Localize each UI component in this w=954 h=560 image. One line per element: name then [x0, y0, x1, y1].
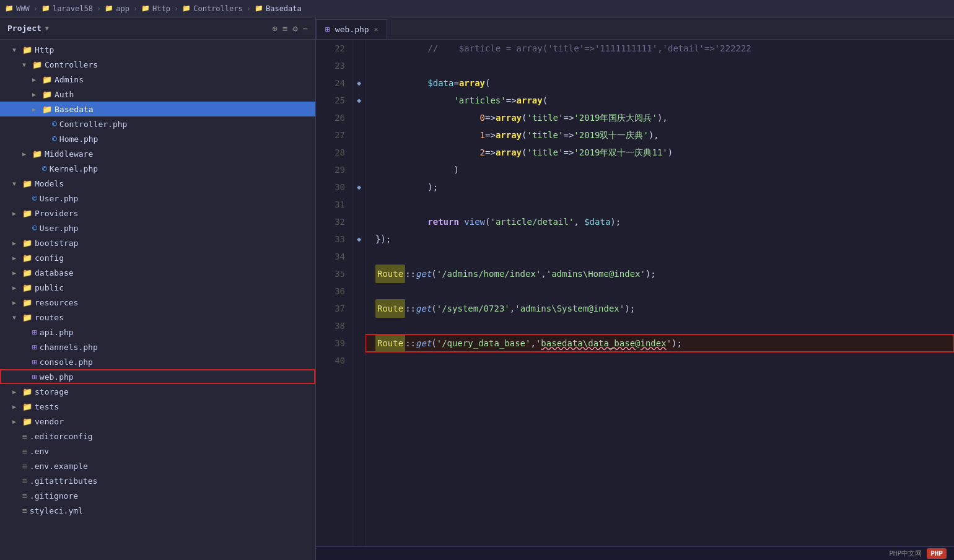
tree-item-styleci[interactable]: ≡ styleci.yml	[0, 503, 315, 518]
tree-label: web.php	[40, 372, 74, 382]
file-tree: ▼ 📁 Http ▼ 📁 Controllers ▶ 📁 Admins ▶ 📁 …	[0, 40, 315, 560]
tree-item-api-php[interactable]: ⊞ api.php	[0, 325, 315, 339]
project-label: Project	[7, 24, 42, 33]
arrow-icon: ▶	[32, 76, 40, 83]
settings-icon[interactable]: ⚙	[292, 24, 297, 33]
tree-item-user-php-models[interactable]: © User.php	[0, 191, 315, 206]
tree-item-config[interactable]: ▶ 📁 config	[0, 250, 315, 265]
php-file-icon: ©	[52, 134, 57, 144]
tree-item-env-example[interactable]: ≡ .env.example	[0, 458, 315, 473]
tree-item-user-php-providers[interactable]: © User.php	[0, 221, 315, 235]
tree-label: .gitignore	[30, 491, 78, 501]
tree-label: Home.php	[59, 134, 98, 144]
arrow-icon: ▶	[12, 299, 20, 306]
tree-label: vendor	[35, 417, 64, 426]
tree-item-channels-php[interactable]: ⊞ channels.php	[0, 339, 315, 354]
tree-item-bootstrap[interactable]: ▶ 📁 bootstrap	[0, 235, 315, 250]
sidebar-header: Project ▼ ⊕ ≡ ⚙ −	[0, 17, 315, 40]
php-file-icon: ©	[32, 224, 37, 233]
breadcrumb-laravel: 📁 laravel58	[42, 4, 93, 13]
tree-item-web-php[interactable]: ⊞ web.php	[0, 369, 315, 384]
tab-label: web.php	[335, 25, 369, 34]
tree-item-public[interactable]: ▶ 📁 public	[0, 280, 315, 295]
tree-item-basedata[interactable]: ▶ 📁 Basedata	[0, 102, 315, 116]
tab-close-icon[interactable]: ✕	[374, 25, 379, 33]
sidebar: Project ▼ ⊕ ≡ ⚙ − ▼ 📁 Http ▼ 📁 Controlle…	[0, 17, 316, 560]
tree-item-gitignore[interactable]: ≡ .gitignore	[0, 488, 315, 503]
tree-item-routes[interactable]: ▼ 📁 routes	[0, 310, 315, 325]
layout-icon[interactable]: ≡	[282, 24, 287, 33]
sidebar-icons: ⊕ ≡ ⚙ −	[272, 24, 308, 33]
minimize-icon[interactable]: −	[303, 24, 308, 33]
arrow-icon: ▶	[32, 91, 40, 98]
tree-item-controller-php[interactable]: © Controller.php	[0, 116, 315, 131]
gutter-line-22	[353, 40, 365, 57]
tree-item-env[interactable]: ≡ .env	[0, 444, 315, 458]
folder-icon: 📁	[22, 387, 32, 396]
tree-item-editorconfig[interactable]: ≡ .editorconfig	[0, 429, 315, 444]
arrow-icon: ▼	[22, 61, 30, 68]
tree-item-http[interactable]: ▼ 📁 Http	[0, 42, 315, 57]
tree-label: Controllers	[45, 60, 98, 69]
tree-item-providers[interactable]: ▶ 📁 Providers	[0, 206, 315, 221]
folder-icon6: 📁	[255, 4, 263, 12]
tree-label: Http	[35, 45, 54, 55]
code-line-36	[375, 282, 944, 300]
tree-label: .gitattributes	[30, 476, 98, 486]
tree-item-resources[interactable]: ▶ 📁 resources	[0, 295, 315, 310]
tree-item-console-php[interactable]: ⊞ console.php	[0, 354, 315, 369]
tree-item-home-php[interactable]: © Home.php	[0, 131, 315, 146]
file-icon: ≡	[22, 506, 27, 515]
tree-item-gitattributes[interactable]: ≡ .gitattributes	[0, 473, 315, 488]
tree-item-admins[interactable]: ▶ 📁 Admins	[0, 72, 315, 87]
gutter-line-28	[353, 144, 365, 161]
code-line-39: Route::get('/query_data_base','basedata\…	[365, 335, 954, 352]
code-line-24: $data=array(	[375, 74, 944, 92]
folder-icon4: 📁	[141, 4, 150, 12]
gutter-line-29	[353, 161, 365, 178]
gutter-line-25: ◆	[353, 92, 365, 109]
code-line-26: 0=>array('title'=>'2019年国庆大阅兵'),	[375, 109, 944, 126]
breadcrumb-www: 📁 WWW	[5, 4, 30, 13]
file-icon: ≡	[22, 491, 27, 501]
locate-icon[interactable]: ⊕	[272, 24, 277, 33]
editor-area: ⊞ web.php ✕ 22 23 24 25 26 27 28 29 30 3…	[316, 17, 954, 560]
tree-item-storage[interactable]: ▶ 📁 storage	[0, 384, 315, 399]
folder-icon: 📁	[42, 90, 52, 99]
folder-icon: 📁	[42, 75, 52, 84]
code-area[interactable]: // $article = array('title'=>'1111111111…	[365, 40, 954, 546]
tree-item-auth[interactable]: ▶ 📁 Auth	[0, 87, 315, 102]
tree-item-middleware[interactable]: ▶ 📁 Middleware	[0, 146, 315, 161]
gutter-line-24: ◆	[353, 74, 365, 92]
watermark: PHP中文网	[889, 549, 922, 558]
folder-icon: 📁	[22, 253, 32, 263]
php-file-icon: ©	[42, 164, 47, 173]
arrow-icon: ▶	[12, 269, 20, 276]
tree-item-controllers[interactable]: ▼ 📁 Controllers	[0, 57, 315, 72]
tree-label: .editorconfig	[30, 432, 93, 441]
folder-icon: 📁	[22, 417, 32, 426]
tree-label: resources	[35, 298, 78, 307]
tree-item-vendor[interactable]: ▶ 📁 vendor	[0, 414, 315, 429]
arrow-icon: ▼	[12, 180, 20, 187]
editor-content: 22 23 24 25 26 27 28 29 30 31 32 33 34 3…	[316, 40, 954, 546]
folder-icon2: 📁	[42, 4, 50, 12]
arrow-icon: ▼	[12, 314, 20, 321]
tree-label: .env.example	[30, 462, 88, 471]
tree-label: tests	[35, 402, 59, 411]
tab-web-php[interactable]: ⊞ web.php ✕	[316, 19, 387, 39]
folder-icon5: 📁	[182, 4, 191, 12]
tree-label: styleci.yml	[30, 506, 83, 515]
breadcrumb-app: 📁 app	[105, 4, 129, 13]
gutter-line-27	[353, 126, 365, 144]
tree-label: Auth	[55, 90, 74, 99]
editor-tabs: ⊞ web.php ✕	[316, 17, 954, 40]
code-line-29: )	[375, 161, 944, 178]
gutter-line-26	[353, 109, 365, 126]
tree-item-kernel-php[interactable]: © Kernel.php	[0, 161, 315, 176]
folder-icon: 📁	[42, 105, 52, 114]
tree-item-tests[interactable]: ▶ 📁 tests	[0, 399, 315, 414]
main-layout: Project ▼ ⊕ ≡ ⚙ − ▼ 📁 Http ▼ 📁 Controlle…	[0, 17, 954, 560]
tree-item-models[interactable]: ▼ 📁 Models	[0, 176, 315, 191]
tree-item-database[interactable]: ▶ 📁 database	[0, 265, 315, 280]
